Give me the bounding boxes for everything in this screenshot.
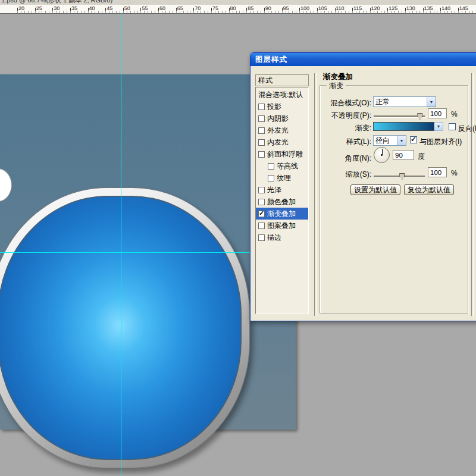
angle-dial[interactable] (374, 147, 390, 163)
style-checkbox[interactable] (258, 139, 265, 146)
style-checkbox[interactable] (258, 223, 265, 229)
reset-default-button[interactable]: 复位为默认值 (404, 184, 454, 195)
style-list-item[interactable]: 描边 (256, 231, 308, 243)
style-checkbox[interactable] (258, 187, 265, 193)
angle-unit: 度 (418, 152, 425, 162)
ruler-number: 60 (159, 5, 177, 11)
style-list-item[interactable]: 斜面和浮雕 (256, 148, 308, 160)
style-item-label: 内发光 (267, 137, 289, 148)
ruler-number: 25 (36, 5, 54, 11)
canvas-shape-fragment (0, 168, 12, 202)
style-checkbox[interactable] (258, 211, 265, 217)
style-list-item[interactable]: 图案叠加 (256, 220, 308, 231)
ruler-number: 70 (195, 5, 212, 11)
ruler-number: 50 (124, 5, 142, 11)
style-item-label: 颜色叠加 (267, 197, 296, 207)
ruler-number: 120 (371, 5, 389, 11)
ruler-number: 100 (300, 5, 318, 11)
window-title-strip: 1.psd @ 66.7%(形状 1 副本 2, RGB/8) (0, 0, 476, 5)
chevron-down-icon[interactable]: ▼ (397, 136, 406, 145)
ruler-number: 20 (18, 5, 36, 11)
reverse-label: 反向(R) (458, 124, 476, 134)
style-list-item[interactable]: 纹理 (256, 172, 308, 184)
document-title: 1.psd @ 66.7%(形状 1 副本 2, RGB/8) (1, 0, 112, 5)
guide-vertical[interactable] (121, 13, 121, 476)
gradient-swatch[interactable] (373, 122, 434, 131)
blend-mode-value: 正常 (374, 97, 427, 107)
ruler-number: 140 (441, 5, 459, 11)
style-checkbox[interactable] (268, 175, 274, 181)
opacity-slider-thumb[interactable] (417, 113, 422, 120)
style-item-label: 外发光 (267, 126, 289, 136)
ruler-number: 45 (107, 5, 124, 11)
style-checkbox[interactable] (258, 199, 265, 205)
dialog-titlebar[interactable]: 图层样式 (250, 53, 476, 66)
ruler-number: 75 (212, 5, 230, 11)
style-item-label: 投影 (267, 102, 281, 112)
ruler-number: 130 (406, 5, 424, 11)
ruler-number: 115 (353, 5, 371, 11)
opacity-label: 不透明度(P): (320, 111, 371, 121)
opacity-slider-track (374, 115, 425, 118)
style-checkbox[interactable] (258, 151, 265, 158)
style-checkbox[interactable] (258, 127, 265, 134)
opacity-slider[interactable] (374, 112, 425, 120)
ruler-number: 135 (424, 5, 441, 11)
scale-input[interactable] (428, 167, 447, 177)
style-list-item[interactable]: 内阴影 (256, 112, 308, 124)
blend-mode-label: 混合模式(O): (320, 98, 371, 108)
ruler-number: 30 (54, 5, 71, 11)
ruler-number: 110 (336, 5, 353, 11)
horizontal-ruler[interactable]: 2025303540455055606570758085909510010511… (0, 5, 476, 14)
styles-list: 混合选项:默认 投影 内阴影 外发光 内发光 斜面和浮雕 (255, 87, 309, 314)
style-label: 样式(L): (320, 137, 371, 147)
style-list-item[interactable]: 混合选项:默认 (256, 89, 308, 101)
style-item-label: 图案叠加 (267, 221, 296, 231)
style-checkbox[interactable] (258, 115, 265, 122)
ruler-number: 105 (318, 5, 336, 11)
ruler-number: 125 (389, 5, 406, 11)
reverse-checkbox[interactable] (449, 123, 456, 130)
style-checkbox[interactable] (268, 163, 274, 170)
style-checkbox[interactable] (258, 234, 265, 241)
style-checkbox[interactable] (258, 104, 265, 110)
ruler-number: 35 (71, 5, 89, 11)
ruler-number: 95 (283, 5, 300, 11)
set-default-button[interactable]: 设置为默认值 (350, 184, 400, 195)
align-label: 与图层对齐(I) (419, 137, 462, 147)
blend-mode-select[interactable]: 正常 ▼ (373, 96, 436, 107)
gradient-label: 渐变: (320, 123, 371, 133)
align-checkbox[interactable] (410, 136, 417, 143)
style-item-label: 内阴影 (267, 114, 289, 124)
ruler-number: 90 (265, 5, 283, 11)
scale-slider-track (374, 176, 425, 178)
panel-divider-left (314, 73, 317, 316)
ruler-number: 40 (89, 5, 107, 11)
angle-input[interactable] (393, 150, 414, 160)
dialog-body: 样式 混合选项:默认 投影 内阴影 外发光 内发光 (250, 66, 476, 321)
style-item-label: 描边 (267, 233, 281, 243)
photoshop-workspace: 1.psd @ 66.7%(形状 1 副本 2, RGB/8) 20253035… (0, 0, 476, 476)
scale-slider[interactable] (374, 173, 425, 180)
style-list-item[interactable]: 内发光 (256, 136, 308, 148)
ruler-number: 65 (177, 5, 195, 11)
style-list-item[interactable]: 等高线 (256, 160, 308, 172)
style-select[interactable]: 径向 ▼ (373, 135, 406, 146)
dialog-title: 图层样式 (255, 55, 287, 65)
gradient-picker-arrow-icon[interactable]: ▼ (434, 122, 443, 131)
style-list-item[interactable]: 颜色叠加 (256, 196, 308, 208)
chevron-down-icon[interactable]: ▼ (427, 97, 436, 107)
ruler-number: 55 (142, 5, 159, 11)
style-item-label: 渐变叠加 (267, 209, 296, 219)
opacity-unit: % (451, 110, 458, 118)
style-list-item[interactable]: 渐变叠加 (256, 208, 308, 220)
scale-slider-thumb[interactable] (399, 173, 405, 180)
style-value: 径向 (374, 136, 397, 146)
style-list-item[interactable]: 投影 (256, 101, 308, 112)
style-list-item[interactable]: 外发光 (256, 124, 308, 136)
style-item-label: 纹理 (277, 173, 291, 183)
style-list-item[interactable]: 光泽 (256, 184, 308, 196)
opacity-input[interactable] (428, 108, 447, 118)
angle-hub (381, 154, 383, 156)
ruler-number: 80 (230, 5, 248, 11)
